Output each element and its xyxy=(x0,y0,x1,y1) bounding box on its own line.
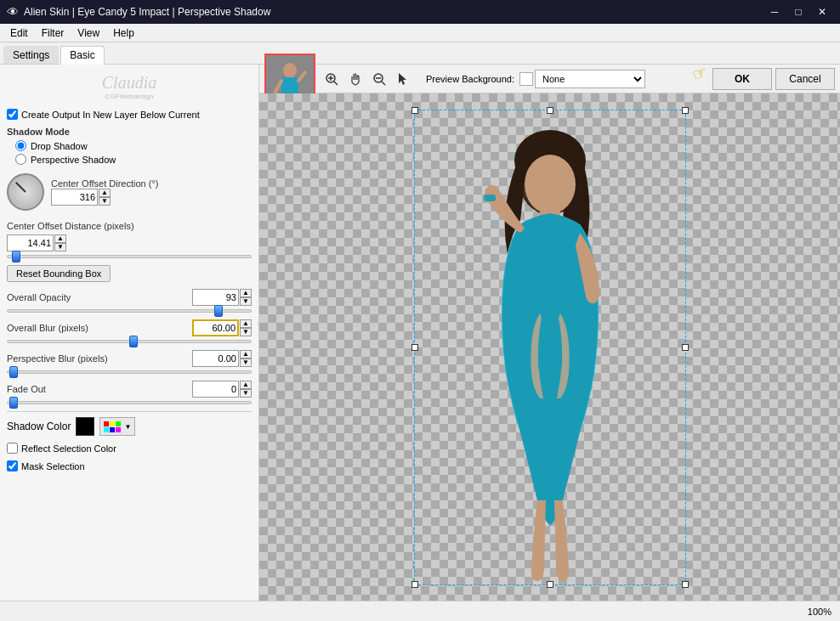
opacity-slider-thumb[interactable] xyxy=(214,305,223,317)
menu-edit[interactable]: Edit xyxy=(3,25,35,41)
create-output-label: Create Output In New Layer Below Current xyxy=(21,110,200,120)
reset-bounding-box-button[interactable]: Reset Bounding Box xyxy=(7,265,111,282)
persp-blur-spinner: ▲ ▼ xyxy=(192,350,252,367)
persp-blur-down-btn[interactable]: ▼ xyxy=(240,358,252,367)
hand-tool-icon-btn[interactable] xyxy=(344,68,366,90)
perspective-shadow-radio[interactable] xyxy=(15,154,26,165)
blur-up-btn[interactable]: ▲ xyxy=(240,319,252,328)
create-output-checkbox[interactable] xyxy=(7,109,18,120)
persp-blur-slider-track[interactable] xyxy=(7,370,252,374)
opacity-up-btn[interactable]: ▲ xyxy=(240,289,252,297)
distance-up-btn[interactable]: ▲ xyxy=(54,234,66,243)
menu-help[interactable]: Help xyxy=(106,25,141,41)
reflect-selection-checkbox[interactable] xyxy=(7,443,18,454)
persp-blur-slider-thumb[interactable] xyxy=(9,366,18,378)
tabbar: Settings Basic xyxy=(0,42,840,65)
svg-line-10 xyxy=(382,82,385,85)
color-red xyxy=(104,421,109,426)
mask-selection-row: Mask Selection xyxy=(7,460,252,471)
ok-button[interactable]: OK xyxy=(712,68,772,90)
opacity-slider-track[interactable] xyxy=(7,309,252,313)
preview-bg-color-swatch xyxy=(519,72,533,86)
blur-slider-row xyxy=(7,340,252,343)
fade-out-input[interactable] xyxy=(192,381,239,398)
figure-canvas xyxy=(414,110,686,585)
opacity-slider-row xyxy=(7,309,252,313)
tab-basic[interactable]: Basic xyxy=(60,46,104,65)
persp-blur-up-btn[interactable]: ▲ xyxy=(240,350,252,358)
color-yellow xyxy=(110,421,115,426)
opacity-input[interactable] xyxy=(192,289,239,306)
watermark-text: Claudia xyxy=(7,73,252,93)
distance-spinner: ▲ ▼ xyxy=(7,234,66,251)
direction-up-btn[interactable]: ▲ xyxy=(99,189,111,197)
distance-slider-thumb[interactable] xyxy=(12,251,20,263)
perspective-shadow-radio-row[interactable]: Perspective Shadow xyxy=(15,154,252,165)
direction-spinner: 316 ▲ ▼ xyxy=(51,189,158,206)
minimize-button[interactable]: ─ xyxy=(763,3,786,20)
preview-bg-select[interactable]: None Black White Gray xyxy=(535,70,645,88)
persp-blur-input[interactable] xyxy=(192,350,239,367)
distance-down-btn[interactable]: ▼ xyxy=(54,243,66,251)
drop-shadow-radio-row[interactable]: Drop Shadow xyxy=(15,140,252,151)
center-offset-direction-label: Center Offset Direction (°) xyxy=(51,178,158,189)
color-magenta xyxy=(116,427,121,432)
fade-out-spinner: ▲ ▼ xyxy=(192,381,252,398)
menu-filter[interactable]: Filter xyxy=(35,25,71,41)
blur-down-btn[interactable]: ▼ xyxy=(240,328,252,336)
distance-input[interactable] xyxy=(7,234,54,251)
shadow-color-row: Shadow Color ▼ xyxy=(7,417,252,436)
zoom-in-icon-btn[interactable] xyxy=(321,68,343,90)
tab-settings[interactable]: Settings xyxy=(3,46,59,64)
opacity-down-btn[interactable]: ▼ xyxy=(240,297,252,306)
direction-input[interactable]: 316 xyxy=(51,189,98,206)
pointer-tool-icon-btn[interactable] xyxy=(392,68,414,90)
color-blue xyxy=(110,427,115,432)
blur-slider-thumb[interactable] xyxy=(129,336,138,347)
fade-out-row: Fade Out ▲ ▼ xyxy=(7,381,252,398)
direction-down-btn[interactable]: ▼ xyxy=(99,197,111,206)
mini-palette xyxy=(104,421,121,432)
center-offset-direction-row: Center Offset Direction (°) 316 ▲ ▼ xyxy=(7,173,252,217)
cancel-button[interactable]: Cancel xyxy=(775,68,835,90)
menubar: Edit Filter View Help xyxy=(0,24,840,42)
overall-opacity-row: Overall Opacity ▲ ▼ xyxy=(7,289,252,306)
shadow-mode-label: Shadow Mode xyxy=(7,127,252,137)
zoom-tool-icon-btn[interactable] xyxy=(368,68,390,90)
blur-spinner: ▲ ▼ xyxy=(192,319,252,336)
distance-slider-track[interactable] xyxy=(7,255,252,258)
fade-out-down-btn[interactable]: ▼ xyxy=(240,389,252,398)
zoom-tool-icon xyxy=(372,71,387,87)
canvas-area[interactable] xyxy=(259,93,840,601)
direction-circle[interactable] xyxy=(7,173,44,211)
reflect-selection-label: Reflect Selection Color xyxy=(21,443,116,454)
fade-out-slider-track[interactable] xyxy=(7,401,252,404)
preview-bg-label: Preview Background: xyxy=(426,74,514,84)
blur-slider-track[interactable] xyxy=(7,340,252,343)
blur-input[interactable] xyxy=(192,319,239,336)
color-palette-button[interactable]: ▼ xyxy=(99,417,135,436)
canvas-image-wrapper xyxy=(414,110,686,585)
perspective-blur-label: Perspective Blur (pixels) xyxy=(7,353,192,364)
pointer-tool-icon xyxy=(395,71,411,87)
svg-rect-21 xyxy=(484,195,496,201)
color-cyan xyxy=(104,427,109,432)
drop-shadow-radio[interactable] xyxy=(15,140,26,151)
menu-view[interactable]: View xyxy=(71,25,106,41)
fade-out-slider-thumb[interactable] xyxy=(9,397,18,409)
mask-selection-checkbox[interactable] xyxy=(7,460,18,471)
direction-needle xyxy=(15,182,26,193)
opacity-spinner: ▲ ▼ xyxy=(192,289,252,306)
fade-out-up-btn[interactable]: ▲ xyxy=(240,381,252,389)
app-icon: 👁 xyxy=(7,5,19,19)
drop-shadow-label: Drop Shadow xyxy=(31,141,88,151)
overall-opacity-label: Overall Opacity xyxy=(7,292,192,302)
shadow-mode-group: Drop Shadow Perspective Shadow xyxy=(7,140,252,165)
right-area: Preview Background: None Black White Gra… xyxy=(259,65,840,601)
restore-button[interactable]: □ xyxy=(787,3,809,20)
right-toolbar: Preview Background: None Black White Gra… xyxy=(259,65,840,93)
persp-blur-slider-row xyxy=(7,370,252,374)
figure-svg xyxy=(414,110,686,585)
close-button[interactable]: ✕ xyxy=(811,3,833,20)
shadow-color-swatch[interactable] xyxy=(76,417,94,436)
